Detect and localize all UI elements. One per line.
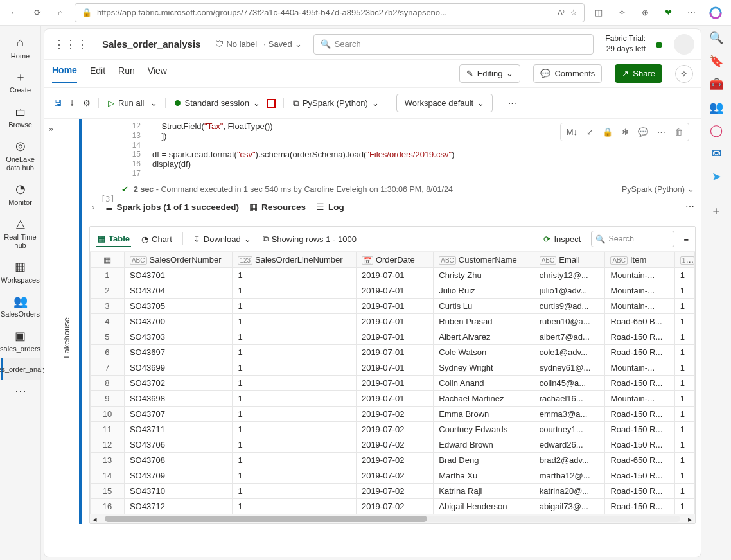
left-rail-more[interactable]: ⋯ [1,380,40,404]
left-rail-monitor[interactable]: ◔Monitor [1,177,40,212]
comments-button[interactable]: 💬 Comments [533,64,602,83]
left-rail-salesorders[interactable]: 👥SalesOrders [1,290,40,324]
table-row[interactable]: 4SO4370012019-07-01Ruben Prasadruben10@a… [91,314,695,329]
table-row[interactable]: 2SO4370412019-07-01Julio Ruizjulio1@adv.… [91,283,695,299]
right-add-icon[interactable]: ＋ [710,203,722,218]
scroll-right-icon[interactable]: ▸ [685,514,695,524]
cell-freeze-icon[interactable]: ❄ [620,126,631,138]
col-SalesOrderNumber[interactable]: ABCSalesOrderNumber [124,252,232,268]
spark-log[interactable]: ☰ Log [316,202,344,212]
avatar[interactable] [674,34,694,55]
output-search[interactable]: 🔍 Search [591,231,674,247]
h-scrollbar[interactable]: ◂ ▸ [90,514,695,523]
markdown-toggle[interactable]: M↓ [565,126,579,138]
table-row[interactable]: 12SO4370612019-07-02Edward Brownedward26… [91,437,695,453]
table-row[interactable]: 1SO4370112019-07-01Christy Zhuchristy12@… [91,268,695,283]
address-bar[interactable]: 🔒 https://app.fabric.microsoft.com/group… [75,3,585,22]
cell-expand-icon[interactable]: ⤢ [585,126,595,138]
cell-more-icon[interactable]: ⋯ [655,126,667,138]
table-row[interactable]: 7SO4369912019-07-01Sydney Wrightsydney61… [91,360,695,376]
table-row[interactable]: 15SO4371012019-07-02Katrina Rajikatrina2… [91,484,695,499]
col-SalesOrderLineNumber[interactable]: 123SalesOrderLineNumber [233,252,357,268]
performance-icon[interactable]: ❤ [659,4,677,22]
copilot-icon[interactable] [705,3,726,23]
table-row[interactable]: 8SO4370212019-07-01Colin Anandcolin45@a.… [91,376,695,391]
left-rail-workspaces[interactable]: ▦Workspaces [1,255,40,290]
left-rail-browse[interactable]: 🗀Browse [1,100,40,135]
share-button[interactable]: ↗ Share [615,64,662,83]
panel-toggle[interactable]: » [44,119,57,557]
scroll-left-icon[interactable]: ◂ [90,514,100,524]
right-m365-icon[interactable]: ◯ [710,123,723,137]
cell-lang-picker[interactable]: PySpark (Python) ⌄ [622,184,694,194]
table-row[interactable]: 16SO4371212019-07-02Abigail Hendersonabi… [91,499,695,514]
more-icon[interactable]: ⋯ [682,4,700,22]
favorites-icon[interactable]: ✧ [613,4,631,22]
stop-icon[interactable] [267,99,276,108]
run-all-button[interactable]: ▷ Run all [108,98,144,108]
left-rail-sales-order-analysis[interactable]: Sales_order_analysis [1,358,40,379]
cell-comment-icon[interactable]: 💬 [636,126,650,138]
col-Email[interactable]: ABCEmail [534,252,605,268]
table-row[interactable]: 5SO4370312019-07-01Albert Alvarezalbert7… [91,329,695,345]
global-search[interactable]: 🔍 Search [313,34,594,55]
right-people-icon[interactable]: 👥 [709,100,723,114]
table-row[interactable]: 14SO4370912019-07-02Martha Xumartha12@..… [91,468,695,484]
left-rail-home[interactable]: ⌂Home [1,31,40,66]
table-row[interactable]: 10SO4370712019-07-02Emma Brownemma3@a...… [91,407,695,422]
table-row[interactable]: 6SO4369712019-07-01Cole Watsoncole1@adv.… [91,345,695,360]
cell-delete-icon[interactable]: 🗑 [673,126,685,138]
right-tag-icon[interactable]: 🔖 [709,54,723,68]
waffle-icon[interactable]: ⋮⋮⋮ [51,35,91,54]
run-menu-chevron[interactable]: ⌄ [150,98,157,108]
spark-more-icon[interactable]: ⋯ [685,202,694,212]
saved-status[interactable]: · Saved ⌄ [263,39,302,49]
right-toolbox-icon[interactable]: 🧰 [709,77,723,91]
filter-icon[interactable]: ≡ [683,234,689,244]
save-icon[interactable]: 🖫 [53,98,62,108]
tab-view[interactable]: View [148,66,167,82]
cell-lock-icon[interactable]: 🔒 [601,126,615,138]
col-CustomerName[interactable]: ABCCustomerName [434,252,534,268]
lakehouse-side-tab[interactable]: Lakehouse [57,119,75,557]
tab-home[interactable]: Home [52,65,77,83]
inspect-button[interactable]: ⟳ Inspect [542,232,582,247]
table-row[interactable]: 13SO4370812019-07-02Brad Dengbrad2@adv..… [91,453,695,468]
output-tab-table[interactable]: ▦ Table [96,231,131,247]
tab-run[interactable]: Run [118,66,135,82]
left-rail-create[interactable]: ＋Create [1,66,40,100]
table-row[interactable]: 11SO4371112019-07-02Courtney Edwardscour… [91,422,695,437]
ribbon-more-icon[interactable]: ⋯ [508,98,516,108]
row-selector-header[interactable]: ▦ [91,252,125,268]
notebook-name[interactable]: Sales_order_analysis [97,36,206,52]
copilot-chip-icon[interactable]: ✧ [675,65,693,83]
col-Item[interactable]: ABCItem [605,252,674,268]
refresh-button[interactable]: ⟳ [28,4,46,22]
right-search-icon[interactable]: 🔍 [709,31,723,45]
read-aloud-icon[interactable]: A⁾ [558,8,565,17]
favorite-icon[interactable]: ☆ [570,8,577,17]
spark-jobs[interactable]: ≣ Spark jobs (1 of 1 succeeded) [105,202,240,212]
left-rail-onelake-data-hub[interactable]: ◎OneLake data hub [1,134,40,177]
code-cell[interactable]: M↓ ⤢ 🔒 ❄ 💬 ⋯ 🗑 12 StructField("Tax", Flo… [79,119,701,524]
home-button[interactable]: ⌂ [51,4,69,22]
right-send-icon[interactable]: ➤ [712,170,721,184]
col-OrderDate[interactable]: 📅OrderDate [356,252,433,268]
workspace-pool[interactable]: Workspace default ⌄ [396,94,493,112]
col-Q[interactable]: 123Q [674,252,694,268]
editing-mode-button[interactable]: ✎ Editing ⌄ [459,64,521,83]
session-status[interactable]: Standard session ⌄ [175,98,260,108]
download-button[interactable]: ↧ Download ⌄ [192,232,252,247]
spark-expand-icon[interactable]: › [92,202,95,212]
output-tab-chart[interactable]: ◔ Chart [140,232,173,247]
back-button[interactable]: ← [5,4,23,22]
download-icon[interactable]: ⭳ [68,98,76,108]
collections-icon[interactable]: ⊕ [636,4,654,22]
sensitivity-label[interactable]: 🛡 No label [215,39,257,49]
tab-edit[interactable]: Edit [90,66,105,82]
right-outlook-icon[interactable]: ✉ [712,146,721,161]
settings-icon[interactable]: ⚙ [83,98,91,108]
language-picker[interactable]: ⧉ PySpark (Python) ⌄ [293,98,379,109]
split-screen-icon[interactable]: ◫ [590,4,608,22]
left-rail-sales-orders[interactable]: ▣sales_orders [1,324,40,359]
